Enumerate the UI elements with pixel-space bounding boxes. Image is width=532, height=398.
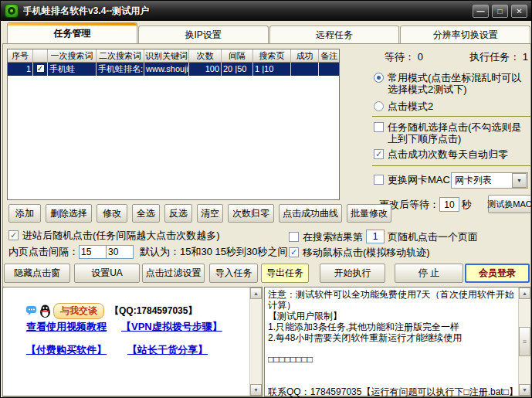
row-checkbox-cell[interactable]: ✓ — [33, 63, 48, 76]
stop-button[interactable]: 停 止 — [395, 264, 463, 283]
checkbox-random-task[interactable]: 任务随机选择点击(不勾选则是上到下顺序点击) — [374, 121, 530, 145]
qq-penguin-icon — [39, 304, 51, 318]
tab-task-management[interactable]: 任务管理 — [7, 22, 137, 44]
nic-dropdown[interactable]: 网卡列表 ▼ — [451, 172, 528, 189]
tab-ip-settings[interactable]: 换IP设置 — [138, 26, 269, 44]
purchase-link[interactable]: 【付费购买软件】 — [26, 343, 107, 357]
click-filter-button[interactable]: 点击过滤设置 — [142, 264, 205, 283]
batch-modify-button[interactable]: 批量修改 — [347, 204, 391, 223]
checkbox-unchecked-icon[interactable] — [374, 175, 384, 185]
close-button[interactable]: ✕ — [511, 5, 527, 18]
column-header[interactable]: 备注 — [319, 49, 340, 63]
radio-common-mode[interactable]: 常用模式(点击坐标混乱时可以选择模式2测试下) — [374, 72, 530, 95]
column-header[interactable]: 次数 — [189, 49, 222, 63]
wait-after-input[interactable] — [439, 197, 459, 212]
add-button[interactable]: 添加 — [8, 204, 41, 223]
checkbox-unchecked-icon[interactable] — [374, 122, 384, 132]
notice-line: □□□□□□□□ — [268, 354, 521, 365]
column-header[interactable] — [33, 49, 48, 63]
checkbox-checked-icon[interactable] — [289, 247, 299, 257]
scroll-down-icon[interactable]: ▼ — [250, 384, 262, 396]
chat-row[interactable]: 与我交谈 【QQ:1784597035】 — [26, 303, 197, 319]
clear-button[interactable]: 清空 — [197, 204, 223, 223]
checkbox-checked-icon[interactable] — [8, 230, 19, 240]
search-page-input[interactable] — [366, 230, 385, 243]
promo-scrollbar[interactable]: ▲ ▼ — [249, 287, 262, 396]
app-window: 手机蛙排名软件v3.4--测试用户 — □ ✕ 任务管理 换IP设置 远程任务 … — [0, 0, 532, 398]
tab-resolution-settings[interactable]: 分辨率切换设置 — [400, 26, 530, 44]
scroll-thumb[interactable]: ≡ — [519, 327, 530, 356]
scroll-down-icon[interactable]: ▼ — [519, 384, 530, 396]
column-header[interactable]: 间隔 — [222, 49, 253, 63]
modify-button[interactable]: 修改 — [97, 204, 127, 223]
checkbox-site-random[interactable]: 进站后随机点击(任务间隔越大点击次数越多) — [8, 230, 279, 241]
scroll-up-icon[interactable]: ▲ — [250, 287, 262, 299]
test-mac-button[interactable]: 测试换MAC — [488, 195, 531, 213]
member-login-button[interactable]: 会员登录 — [465, 264, 530, 283]
promo-panel: 与我交谈 【QQ:1784597035】 查看使用视频教程 【VPN虚拟拨号步骤… — [2, 287, 263, 396]
dropdown-arrow-icon[interactable]: ▼ — [512, 173, 527, 188]
start-button[interactable]: 开始执行 — [320, 264, 385, 283]
select-all-button[interactable]: 全选 — [132, 204, 160, 223]
wait-after-row: 更改后等待： 秒 — [379, 197, 472, 212]
vpn-guide-link[interactable]: 【VPN虚拟拨号步骤】 — [121, 320, 222, 334]
window-controls: — □ ✕ — [473, 5, 527, 18]
export-tasks-button[interactable]: 导出任务 — [261, 264, 309, 283]
scroll-up-icon[interactable]: ▲ — [519, 287, 530, 299]
import-tasks-button[interactable]: 导入任务 — [209, 264, 258, 283]
delete-selected-button[interactable]: 删除选择 — [46, 204, 92, 223]
row-cell: 1 |10 — [253, 63, 291, 76]
share-link[interactable]: 【站长干货分享】 — [127, 343, 208, 357]
interval-max-input[interactable] — [106, 245, 134, 259]
separator — [372, 165, 530, 166]
reset-count-button[interactable]: 次数归零 — [228, 204, 274, 223]
table-row[interactable]: 1✓手机蛙手机蛙排名:www.shouji:10020 |501 |10 — [8, 63, 339, 76]
checkbox-change-mac[interactable]: 更换网卡MAC — [374, 174, 451, 185]
scroll-track[interactable]: ≡ — [519, 299, 530, 384]
title-bar[interactable]: 手机蛙排名软件v3.4--测试用户 — □ ✕ — [1, 1, 531, 21]
chat-badge[interactable]: 与我交谈 — [53, 303, 104, 319]
column-header[interactable]: 识别关键词 — [144, 49, 189, 63]
video-tutorial-link[interactable]: 查看使用视频教程 — [26, 320, 107, 334]
checkbox-move-mouse-label: 移动鼠标点击(模拟移动轨迹) — [303, 247, 528, 258]
task-table[interactable]: 序号一次搜索词二次搜索词识别关键词次数间隔搜索页成功备注 1✓手机蛙手机蛙排名:… — [7, 49, 340, 200]
notice-text: 注意：测试软件可以全功能免费使用7天（首次使用软件开始计算）【测试用户限制】1.… — [268, 289, 521, 397]
column-header[interactable]: 成功 — [291, 49, 319, 63]
checkbox-site-random-label: 进站后随机点击(任务间隔越大点击次数越多) — [22, 230, 279, 241]
row-index-cell: 1 — [8, 63, 33, 76]
radio-selected-icon[interactable] — [374, 73, 384, 83]
column-header[interactable]: 序号 — [8, 49, 33, 63]
column-header[interactable]: 一次搜索词 — [48, 49, 97, 63]
row-cell — [319, 63, 340, 76]
radio-click-mode2[interactable]: 点击模式2 — [374, 100, 530, 112]
interval-min-input[interactable] — [79, 245, 107, 259]
hide-click-window-button[interactable]: 隐藏点击窗 — [4, 264, 70, 283]
maximize-button[interactable]: □ — [492, 5, 508, 18]
tab-remote-tasks[interactable]: 远程任务 — [269, 26, 400, 44]
checkbox-change-mac-label: 更换网卡MAC — [388, 174, 451, 185]
minimize-button[interactable]: — — [473, 5, 489, 18]
row-cell: www.shouji: — [144, 63, 189, 76]
radio-unselected-icon[interactable] — [374, 101, 384, 111]
notice-panel: 注意：测试软件可以全功能免费使用7天（首次使用软件开始计算）【测试用户限制】1.… — [264, 287, 531, 396]
row-checkbox-icon[interactable]: ✓ — [36, 64, 45, 73]
qq-number: 【QQ:1784597035】 — [110, 304, 197, 318]
notice-scrollbar[interactable]: ▲ ≡ ▼ — [518, 287, 530, 396]
checkbox-reset-daily[interactable]: 点击成功次数每天自动归零 — [374, 148, 530, 160]
notice-line: 【测试用户限制】 — [268, 311, 521, 321]
scroll-track[interactable] — [250, 299, 262, 384]
success-curve-button[interactable]: 点击成功曲线 — [279, 204, 342, 223]
notice-line: 2.每48小时需要关闭软件重新运行才能继续使用 — [268, 332, 521, 343]
column-header[interactable]: 二次搜索词 — [97, 49, 144, 63]
column-header[interactable]: 搜索页 — [253, 49, 291, 63]
checkbox-move-mouse[interactable]: 移动鼠标点击(模拟移动轨迹) — [289, 247, 528, 258]
checkbox-unchecked-icon[interactable] — [289, 232, 299, 242]
nic-dropdown-value: 网卡列表 — [452, 174, 511, 187]
invert-selection-button[interactable]: 反选 — [164, 204, 192, 223]
row-cell — [291, 63, 319, 76]
table-header: 序号一次搜索词二次搜索词识别关键词次数间隔搜索页成功备注 — [8, 49, 339, 63]
checkbox-search-page[interactable]: 在搜索结果第 页随机点击一个页面 — [289, 230, 528, 243]
wait-status: 等待： 0 — [385, 50, 423, 64]
checkbox-checked-icon[interactable] — [374, 149, 384, 159]
set-ua-button[interactable]: 设置UA — [74, 264, 140, 283]
